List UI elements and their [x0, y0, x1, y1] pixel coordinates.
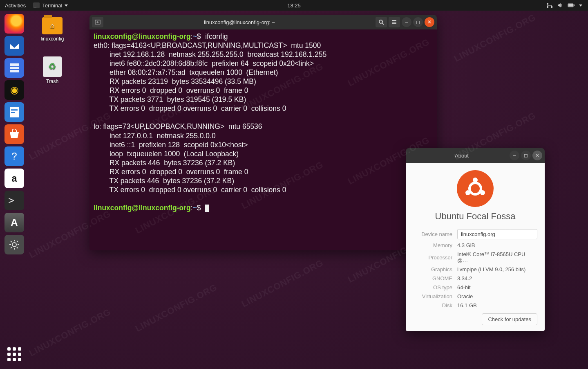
- svg-point-15: [12, 243, 16, 247]
- gnome-label: GNOME: [413, 275, 452, 281]
- hamburger-menu-button[interactable]: [389, 17, 400, 27]
- svg-rect-9: [10, 67, 19, 69]
- about-body: Ubuntu Focal Fossa Device name Memory4.3…: [406, 163, 545, 331]
- svg-text:_: _: [34, 3, 37, 7]
- prompt-user: linuxconfig@linuxconfig-org: [94, 32, 191, 40]
- recycle-glyph-icon: ♻: [43, 56, 62, 77]
- volume-icon[interactable]: [557, 2, 563, 8]
- svg-line-22: [17, 241, 18, 242]
- svg-rect-10: [10, 70, 19, 72]
- svg-rect-6: [568, 4, 573, 7]
- prompt-symbol: $: [197, 32, 201, 40]
- ubuntu-software-launcher[interactable]: [4, 124, 24, 144]
- svg-rect-14: [11, 112, 15, 113]
- svg-rect-7: [574, 4, 575, 6]
- activities-button[interactable]: Activities: [5, 2, 26, 9]
- home-folder-label: linuxconfig: [38, 36, 67, 42]
- show-applications-button[interactable]: [4, 344, 24, 364]
- terminal-indicator-icon: _: [33, 2, 40, 8]
- svg-rect-4: [551, 6, 552, 8]
- search-button[interactable]: [376, 17, 387, 27]
- clock[interactable]: 13:25: [287, 2, 301, 9]
- virtualization-label: Virtualization: [413, 293, 452, 299]
- ostype-label: OS type: [413, 284, 452, 290]
- new-tab-button[interactable]: [92, 17, 103, 27]
- svg-line-23: [11, 247, 12, 248]
- svg-point-34: [465, 190, 470, 195]
- libreoffice-writer-launcher[interactable]: [4, 102, 24, 122]
- terminal-launcher[interactable]: >_: [4, 191, 24, 210]
- memory-value: 4.3 GiB: [457, 242, 537, 248]
- maximize-button[interactable]: ◻: [413, 17, 423, 27]
- svg-line-20: [11, 241, 12, 242]
- disk-value: 16.1 GB: [457, 302, 537, 308]
- trash-label: Trash: [38, 79, 67, 84]
- about-title: About: [406, 153, 510, 159]
- about-window: About – ◻ ✕ Ubuntu Focal Fossa Device na…: [406, 148, 545, 331]
- processor-value: Intel® Core™ i7-8565U CPU @…: [457, 251, 537, 263]
- svg-line-21: [17, 247, 18, 248]
- svg-line-28: [382, 23, 384, 25]
- about-os-name: Ubuntu Focal Fossa: [413, 211, 537, 222]
- ubuntu-logo-icon: [457, 170, 494, 207]
- memory-label: Memory: [413, 242, 452, 248]
- svg-point-27: [379, 20, 382, 23]
- home-glyph-icon: ⌂: [42, 17, 63, 34]
- svg-rect-8: [10, 63, 19, 66]
- device-name-label: Device name: [413, 231, 452, 237]
- prompt-symbol-2: $: [197, 204, 201, 212]
- ostype-value: 64-bit: [457, 284, 537, 290]
- terminal-title: linuxconfig@linuxconfig-org: ~: [103, 19, 376, 25]
- app-menu[interactable]: _ Terminal: [33, 2, 68, 9]
- help-launcher[interactable]: ?: [4, 146, 24, 166]
- terminal-viewport[interactable]: linuxconfig@linuxconfig-org:~$ ifconfig …: [89, 29, 437, 250]
- about-minimize-button[interactable]: –: [510, 151, 519, 160]
- app-menu-label: Terminal: [42, 2, 62, 9]
- svg-rect-3: [547, 6, 548, 8]
- virtualization-value: Oracle: [457, 293, 537, 299]
- svg-rect-2: [547, 3, 548, 4]
- svg-point-33: [473, 178, 478, 182]
- settings-launcher[interactable]: [4, 235, 24, 254]
- prompt-user-2: linuxconfig@linuxconfig-org: [94, 204, 191, 212]
- disk-label: Disk: [413, 302, 452, 308]
- svg-rect-12: [11, 109, 18, 110]
- thunderbird-launcher[interactable]: [4, 36, 24, 56]
- chevron-down-icon: [65, 4, 68, 7]
- close-button[interactable]: ✕: [425, 17, 434, 27]
- top-panel: Activities _ Terminal 13:25: [0, 0, 588, 11]
- battery-icon[interactable]: [568, 3, 575, 8]
- gnome-value: 3.34.2: [457, 275, 537, 281]
- system-menu-chevron-icon[interactable]: [579, 4, 582, 7]
- rhythmbox-launcher[interactable]: ◉: [4, 80, 24, 100]
- svg-rect-13: [11, 110, 18, 111]
- terminal-command: ifconfig: [205, 32, 228, 40]
- about-titlebar[interactable]: About – ◻ ✕: [406, 148, 545, 163]
- prompt-path: ~: [193, 32, 197, 40]
- terminal-output: eth0: flags=4163<UP,BROADCAST,RUNNING,MU…: [94, 41, 326, 194]
- minimize-button[interactable]: –: [402, 17, 411, 27]
- prompt-path-2: ~: [193, 204, 197, 212]
- home-folder-icon[interactable]: ⌂ linuxconfig: [38, 17, 67, 42]
- check-updates-button[interactable]: Check for updates: [482, 313, 537, 325]
- terminal-window: linuxconfig@linuxconfig-org: ~ – ◻ ✕ lin…: [89, 15, 437, 250]
- firefox-launcher[interactable]: [4, 14, 24, 34]
- terminal-titlebar[interactable]: linuxconfig@linuxconfig-org: ~ – ◻ ✕: [89, 15, 437, 29]
- amazon-launcher[interactable]: a: [4, 169, 24, 188]
- processor-label: Processor: [413, 254, 452, 261]
- trash-icon[interactable]: ♻ Trash: [38, 56, 67, 84]
- device-name-input[interactable]: [457, 229, 537, 239]
- network-icon[interactable]: [546, 2, 553, 8]
- about-close-button[interactable]: ✕: [532, 151, 542, 160]
- svg-point-35: [480, 190, 485, 195]
- files-launcher[interactable]: [4, 58, 24, 78]
- dock: ◉ ? a >_ A: [0, 11, 29, 369]
- svg-point-32: [470, 183, 481, 194]
- about-maximize-button[interactable]: ◻: [521, 151, 531, 160]
- graphics-label: Graphics: [413, 266, 452, 272]
- additional-apps-launcher[interactable]: A: [4, 213, 24, 232]
- graphics-value: llvmpipe (LLVM 9.0, 256 bits): [457, 266, 537, 272]
- terminal-cursor: [205, 205, 209, 212]
